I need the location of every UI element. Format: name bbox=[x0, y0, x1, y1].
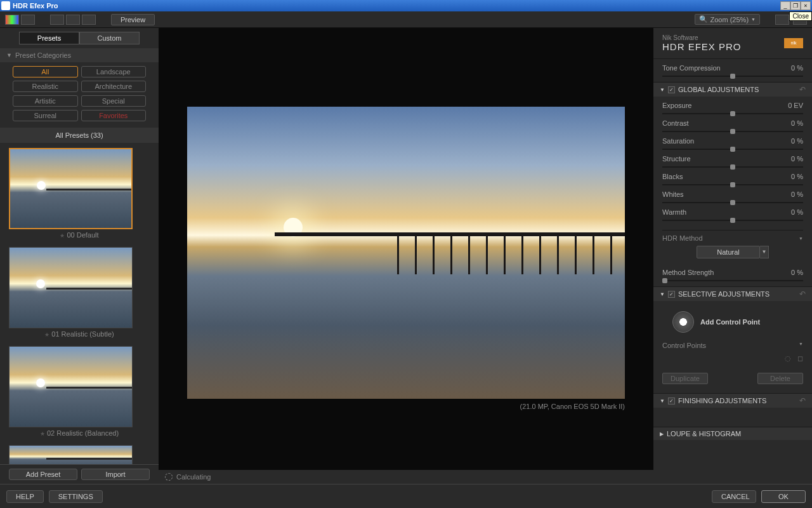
maximize-button[interactable]: ❐ bbox=[790, 1, 801, 10]
category-special[interactable]: Special bbox=[81, 95, 147, 107]
minimize-button[interactable]: _ bbox=[780, 1, 790, 10]
search-icon: 🔍 bbox=[699, 15, 708, 23]
global-adjustments-header[interactable]: ▼ ✓ GLOBAL ADJUSTMENTS ↶ bbox=[653, 83, 812, 97]
brand-product: HDR EFEX PRO bbox=[662, 41, 742, 52]
left-panel: Presets Custom ▼ Preset Categories All L… bbox=[0, 28, 159, 484]
preset-label: 00 Default bbox=[9, 229, 150, 241]
preset-item[interactable]: 02 Realistic (Balanced) bbox=[9, 346, 150, 439]
reset-icon[interactable]: ↶ bbox=[799, 396, 806, 405]
settings-button[interactable]: SETTINGS bbox=[49, 490, 103, 503]
zoom-control[interactable]: 🔍 Zoom (25%) ▼ bbox=[695, 14, 760, 25]
tab-presets[interactable]: Presets bbox=[19, 32, 79, 44]
chevron-down-icon: ▼ bbox=[660, 87, 665, 93]
section-enable-checkbox[interactable]: ✓ bbox=[668, 291, 675, 298]
preset-item[interactable] bbox=[9, 445, 150, 464]
preset-item[interactable]: 01 Realistic (Subtle) bbox=[9, 247, 150, 340]
cancel-button[interactable]: CANCEL bbox=[712, 490, 756, 503]
chevron-down-icon[interactable]: ▼ bbox=[799, 236, 803, 241]
image-metadata: (21.0 MP, Canon EOS 5D Mark II) bbox=[520, 399, 653, 410]
layout-toggle-button[interactable] bbox=[21, 15, 35, 25]
brand-header: Nik Software HDR EFEX PRO nik bbox=[653, 28, 812, 59]
tone-compression-slider[interactable]: Tone Compression 0 % bbox=[653, 62, 812, 79]
category-architecture[interactable]: Architecture bbox=[81, 81, 147, 92]
chevron-down-icon: ▼ bbox=[751, 17, 756, 22]
delete-button[interactable]: Delete bbox=[757, 373, 803, 384]
import-button[interactable]: Import bbox=[81, 469, 150, 480]
exposure-slider[interactable]: Exposure0 EV bbox=[653, 99, 812, 117]
category-artistic[interactable]: Artistic bbox=[13, 95, 78, 107]
section-enable-checkbox[interactable]: ✓ bbox=[668, 398, 675, 404]
brand-company: Nik Software bbox=[662, 34, 742, 41]
reset-icon[interactable]: ↶ bbox=[799, 85, 806, 94]
reset-icon[interactable]: ↶ bbox=[799, 290, 806, 298]
finishing-adjustments-header[interactable]: ▼ ✓ FINISHING ADJUSTMENTS ↶ bbox=[653, 394, 812, 408]
help-button[interactable]: HELP bbox=[6, 490, 44, 503]
center-panel: (21.0 MP, Canon EOS 5D Mark II) Calculat… bbox=[159, 28, 653, 484]
warmth-slider[interactable]: Warmth0 % bbox=[653, 206, 812, 224]
chevron-down-icon[interactable]: ▼ bbox=[799, 342, 803, 349]
preview-button[interactable]: Preview bbox=[111, 14, 155, 25]
hdr-method-label: HDR Method ▼ bbox=[662, 230, 803, 242]
structure-slider[interactable]: Structure0 % bbox=[653, 152, 812, 170]
window-title: HDR Efex Pro bbox=[13, 2, 780, 10]
status-bar: Calculating bbox=[159, 470, 653, 484]
top-toolbar: Preview 🔍 Zoom (25%) ▼ bbox=[0, 11, 812, 28]
method-strength-slider[interactable]: Method Strength0 % bbox=[653, 266, 812, 284]
preset-label: 02 Realistic (Balanced) bbox=[9, 427, 150, 439]
contrast-slider[interactable]: Contrast0 % bbox=[653, 117, 812, 135]
bottom-bar: HELP SETTINGS CANCEL OK bbox=[0, 484, 812, 508]
view-side-button[interactable] bbox=[82, 15, 96, 25]
view-split-button[interactable] bbox=[66, 15, 80, 25]
image-viewport[interactable]: (21.0 MP, Canon EOS 5D Mark II) bbox=[159, 28, 653, 470]
ok-button[interactable]: OK bbox=[761, 490, 806, 503]
category-landscape[interactable]: Landscape bbox=[81, 66, 147, 77]
duplicate-button[interactable]: Duplicate bbox=[662, 373, 708, 384]
right-panel: Nik Software HDR EFEX PRO nik Tone Compr… bbox=[653, 28, 812, 484]
loading-icon: ◌ bbox=[785, 354, 791, 363]
hdr-method-dropdown[interactable]: ▼ bbox=[760, 246, 769, 258]
section-enable-checkbox[interactable]: ✓ bbox=[668, 86, 675, 93]
hdr-method-select[interactable]: Natural bbox=[697, 246, 760, 258]
saturation-slider[interactable]: Saturation0 % bbox=[653, 135, 812, 152]
spinner-icon bbox=[165, 473, 173, 481]
preset-thumbnail[interactable] bbox=[9, 346, 133, 427]
loupe-histogram-header[interactable]: ▶ LOUPE & HISTOGRAM bbox=[653, 427, 812, 440]
control-points-label: Control Points bbox=[662, 342, 706, 349]
window-titlebar: HDR Efex Pro _ ❐ × bbox=[0, 0, 812, 11]
preset-list[interactable]: 00 Default 01 Realistic (Subtle) 02 Real… bbox=[0, 143, 159, 464]
selective-adjustments-header[interactable]: ▼ ✓ SELECTIVE ADJUSTMENTS ↶ bbox=[653, 287, 812, 301]
close-window-button[interactable]: × bbox=[801, 1, 811, 10]
preset-item[interactable]: 00 Default bbox=[9, 148, 150, 241]
preset-thumbnail[interactable] bbox=[9, 148, 133, 229]
preset-thumbnail[interactable] bbox=[9, 247, 133, 328]
whites-slider[interactable]: Whites0 % bbox=[653, 188, 812, 206]
close-tooltip: Close bbox=[789, 11, 812, 21]
preset-categories-header[interactable]: ▼ Preset Categories bbox=[0, 48, 159, 62]
tab-custom[interactable]: Custom bbox=[79, 32, 140, 44]
stop-icon[interactable]: ◻ bbox=[797, 354, 803, 363]
color-mode-button[interactable] bbox=[5, 15, 19, 25]
chevron-down-icon: ▼ bbox=[6, 52, 12, 58]
view-single-button[interactable] bbox=[50, 15, 64, 25]
app-icon bbox=[1, 1, 10, 10]
status-text: Calculating bbox=[176, 473, 211, 481]
preset-list-header: All Presets (33) bbox=[0, 128, 159, 143]
category-realistic[interactable]: Realistic bbox=[13, 81, 78, 92]
brand-logo: nik bbox=[784, 38, 803, 48]
chevron-right-icon: ▶ bbox=[660, 431, 664, 437]
preview-image[interactable] bbox=[187, 107, 625, 399]
add-control-point-button[interactable]: Add Control Point bbox=[653, 304, 812, 340]
preset-label: 01 Realistic (Subtle) bbox=[9, 328, 150, 340]
window-controls: _ ❐ × bbox=[780, 1, 811, 10]
background-color-button[interactable] bbox=[775, 15, 789, 25]
category-surreal[interactable]: Surreal bbox=[13, 110, 78, 121]
blacks-slider[interactable]: Blacks0 % bbox=[653, 170, 812, 188]
control-point-icon bbox=[672, 311, 694, 333]
add-preset-button[interactable]: Add Preset bbox=[9, 469, 77, 480]
category-favorites[interactable]: Favorites bbox=[81, 110, 147, 121]
chevron-down-icon: ▼ bbox=[660, 398, 665, 404]
zoom-label: Zoom (25%) bbox=[710, 16, 749, 23]
preset-thumbnail[interactable] bbox=[9, 445, 133, 464]
category-all[interactable]: All bbox=[13, 66, 78, 77]
chevron-down-icon: ▼ bbox=[660, 291, 665, 297]
